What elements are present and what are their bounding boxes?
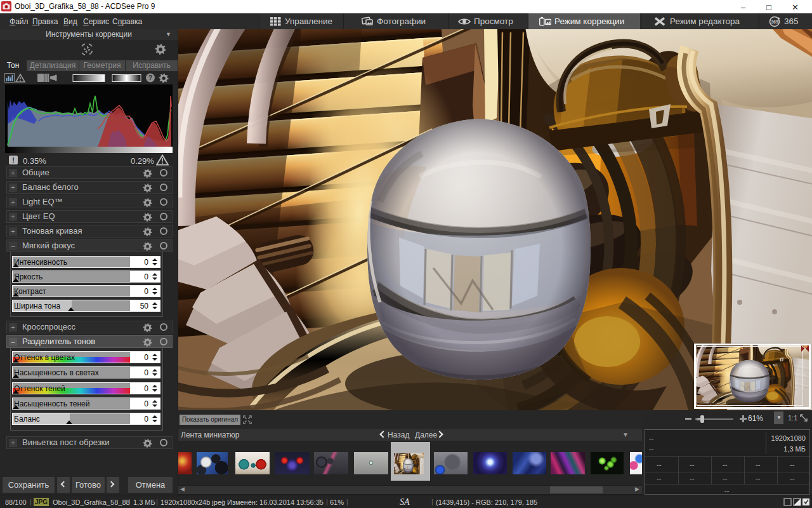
svg-text:?: ? — [148, 74, 152, 81]
svg-text:365: 365 — [771, 20, 778, 24]
